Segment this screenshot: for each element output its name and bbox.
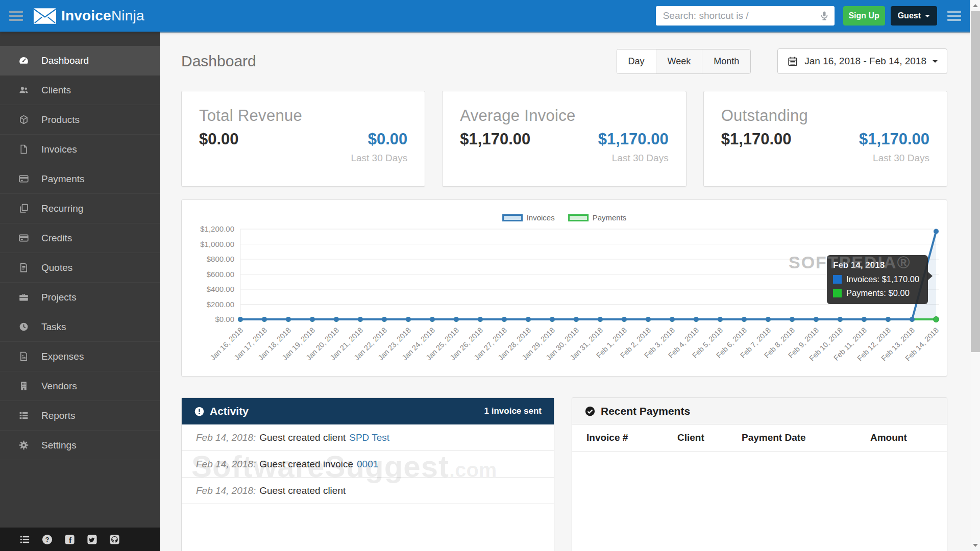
sign-up-button[interactable]: Sign Up: [843, 6, 885, 26]
legend-label: Invoices: [527, 213, 555, 222]
svg-text:$800.00: $800.00: [207, 255, 234, 263]
svg-text:$1,200.00: $1,200.00: [200, 224, 234, 233]
sidebar-item-quotes[interactable]: Quotes: [0, 253, 160, 283]
stat-period-label: Last 30 Days: [704, 153, 947, 164]
payments-column-client: Client: [677, 432, 742, 443]
page-header: Dashboard DayWeekMonth Jan 16, 2018 - Fe…: [181, 33, 947, 75]
tooltip-value: Payments: $0.00: [846, 288, 910, 298]
chevron-down-icon: [925, 15, 930, 17]
projects-icon: [18, 292, 29, 303]
stat-title: Outstanding: [704, 91, 947, 125]
sidebar-item-dashboard[interactable]: Dashboard: [0, 46, 160, 76]
calendar-icon: [787, 56, 798, 67]
sidebar-item-tasks[interactable]: Tasks: [0, 312, 160, 342]
stat-total-value: $1,170.00: [721, 130, 792, 148]
sidebar-item-label: Reports: [41, 410, 76, 421]
legend-swatch: [568, 214, 589, 221]
stat-period-value: $1,170.00: [598, 130, 669, 148]
navbar-right: Sign Up Guest: [656, 6, 961, 26]
activity-row: Feb 14, 2018:Guest created clientSPD Tes…: [182, 424, 554, 451]
range-tab-group: DayWeekMonth: [617, 49, 751, 74]
recent-payments-header: Recent Payments: [572, 398, 947, 424]
sidebar-item-label: Tasks: [41, 321, 66, 333]
app-logo[interactable]: InvoiceNinja: [33, 7, 144, 25]
vendors-icon: [18, 381, 29, 391]
stat-card-outstanding: Outstanding$1,170.00$1,170.00Last 30 Day…: [703, 91, 947, 187]
scroll-down-arrow[interactable]: [970, 541, 980, 550]
payments-column-payment-date: Payment Date: [742, 432, 870, 443]
payments-table-body: [572, 452, 947, 551]
activity-link[interactable]: 0001: [357, 459, 378, 470]
legend-item-invoices[interactable]: Invoices: [502, 213, 555, 222]
quotes-icon: [18, 262, 29, 273]
stat-period-label: Last 30 Days: [443, 153, 685, 164]
tab-week[interactable]: Week: [656, 49, 703, 73]
tasks-icon: [18, 321, 29, 332]
activity-title: Activity: [210, 405, 484, 417]
sidebar-item-label: Projects: [41, 292, 77, 303]
guest-menu-button[interactable]: Guest: [891, 6, 937, 26]
scrollbar-thumb[interactable]: [971, 11, 980, 352]
tab-day[interactable]: Day: [617, 49, 656, 73]
legend-item-payments[interactable]: Payments: [568, 213, 627, 222]
menu-list-icon[interactable]: [19, 534, 31, 545]
sidebar-item-recurring[interactable]: Recurring: [0, 194, 160, 223]
check-circle-icon: [584, 406, 596, 417]
history-menu-icon[interactable]: [947, 11, 961, 21]
svg-text:$200.00: $200.00: [207, 300, 234, 309]
recurring-icon: [18, 203, 29, 214]
scroll-up-arrow[interactable]: [970, 1, 980, 10]
tooltip-value: Invoices: $1,170.00: [846, 274, 919, 284]
activity-date: Feb 14, 2018:: [196, 459, 256, 470]
brand-invoice: Invoice: [61, 8, 111, 23]
recent-payments-title: Recent Payments: [601, 405, 690, 417]
main-content: Dashboard DayWeekMonth Jan 16, 2018 - Fe…: [160, 32, 980, 551]
sidebar-item-products[interactable]: Products: [0, 105, 160, 135]
github-icon[interactable]: [109, 534, 120, 545]
tab-month[interactable]: Month: [702, 49, 750, 73]
sidebar-item-credits[interactable]: Credits: [0, 223, 160, 253]
search-box: [656, 6, 835, 26]
twitter-icon[interactable]: [86, 534, 98, 545]
microphone-icon[interactable]: [818, 10, 830, 22]
date-range-button[interactable]: Jan 16, 2018 - Feb 14, 2018: [777, 48, 947, 74]
sidebar-item-label: Expenses: [41, 351, 84, 362]
tooltip-swatch: [833, 289, 842, 297]
activity-text: Guest created invoice: [259, 459, 353, 470]
search-input[interactable]: [656, 6, 835, 26]
sidebar-item-label: Invoices: [41, 144, 77, 155]
sidebar-item-clients[interactable]: Clients: [0, 76, 160, 105]
sidebar-item-projects[interactable]: Projects: [0, 283, 160, 312]
activity-row: Feb 14, 2018:Guest created client: [182, 478, 554, 504]
svg-text:$600.00: $600.00: [207, 270, 234, 279]
activity-text: Guest created client: [259, 432, 346, 443]
vertical-scrollbar[interactable]: [970, 0, 980, 551]
payments-column-amount: Amount: [870, 432, 947, 443]
sidebar-menu: DashboardClientsProductsInvoicesPayments…: [0, 32, 160, 460]
sidebar-toggle-icon[interactable]: [9, 11, 23, 21]
sidebar-item-label: Settings: [41, 440, 77, 451]
facebook-icon[interactable]: f: [64, 534, 76, 545]
sidebar-item-label: Recurring: [41, 203, 83, 214]
activity-link[interactable]: SPD Test: [349, 432, 389, 443]
activity-date: Feb 14, 2018:: [196, 432, 256, 443]
sidebar-item-settings[interactable]: Settings: [0, 431, 160, 460]
sidebar-item-expenses[interactable]: Expenses: [0, 342, 160, 371]
activity-list: Feb 14, 2018:Guest created clientSPD Tes…: [182, 424, 554, 504]
svg-text:$1,000.00: $1,000.00: [200, 240, 234, 248]
chevron-down-icon: [933, 60, 938, 63]
bottom-row: Activity 1 invoice sent Feb 14, 2018:Gue…: [181, 397, 947, 551]
stat-period-label: Last 30 Days: [182, 153, 425, 164]
settings-icon: [18, 440, 29, 450]
sidebar-item-label: Dashboard: [41, 55, 89, 66]
stat-period-value: $0.00: [368, 130, 408, 148]
sidebar-item-vendors[interactable]: Vendors: [0, 371, 160, 401]
chart-legend: InvoicesPayments: [502, 213, 627, 222]
sidebar-item-invoices[interactable]: Invoices: [0, 135, 160, 164]
invoices-icon: [18, 144, 29, 155]
help-icon[interactable]: ?: [41, 534, 53, 545]
sidebar-item-payments[interactable]: Payments: [0, 164, 160, 194]
payments-icon: [18, 173, 29, 184]
stat-card-total-revenue: Total Revenue$0.00$0.00Last 30 Days: [181, 91, 425, 187]
sidebar-item-reports[interactable]: Reports: [0, 401, 160, 431]
